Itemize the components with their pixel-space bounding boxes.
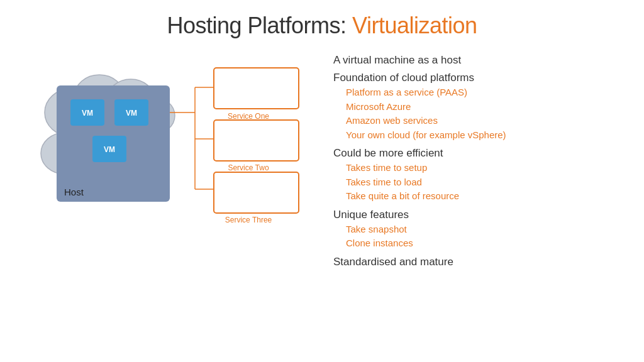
svg-rect-13 bbox=[92, 136, 126, 162]
svg-point-3 bbox=[131, 97, 175, 134]
bullet-main-0: A virtual machine as a host bbox=[333, 54, 619, 67]
svg-text:Service One: Service One bbox=[228, 112, 269, 121]
bullet-main-2: Could be more efficient bbox=[333, 147, 619, 160]
svg-text:Service Three: Service Three bbox=[225, 216, 272, 224]
page-title: Hosting Platforms: Virtualization bbox=[25, 13, 619, 39]
svg-point-1 bbox=[74, 75, 125, 119]
content-area: VM VM VM Host Service One Se bbox=[25, 54, 619, 324]
svg-text:VM: VM bbox=[104, 145, 115, 154]
bullet-sub-3-1: Clone instances bbox=[333, 236, 619, 251]
svg-point-2 bbox=[107, 79, 155, 121]
title-highlight: Virtualization bbox=[352, 13, 477, 38]
bullets-section: A virtual machine as a hostFoundation of… bbox=[333, 54, 619, 273]
title-prefix: Hosting Platforms: bbox=[167, 13, 352, 38]
bullet-sub-1-0: Platform as a service (PAAS) bbox=[333, 85, 619, 100]
bullet-sub-2-2: Take quite a bit of resource bbox=[333, 189, 619, 204]
svg-rect-7 bbox=[58, 103, 162, 182]
bullet-sub-1-3: Your own cloud (for example vSphere) bbox=[333, 128, 619, 143]
svg-rect-25 bbox=[214, 172, 299, 213]
page: Hosting Platforms: Virtualization bbox=[0, 0, 644, 362]
svg-rect-23 bbox=[214, 120, 299, 161]
bullet-section-4: Standardised and mature bbox=[333, 256, 619, 268]
bullet-sub-1-2: Amazon web services bbox=[333, 114, 619, 128]
svg-point-4 bbox=[120, 127, 167, 167]
bullet-sub-1-1: Microsoft Azure bbox=[333, 100, 619, 114]
diagram-svg: VM VM VM Host Service One Se bbox=[25, 54, 314, 324]
bullet-main-4: Standardised and mature bbox=[333, 256, 619, 268]
bullet-section-0: A virtual machine as a host bbox=[333, 54, 619, 67]
svg-text:Host: Host bbox=[64, 187, 84, 197]
svg-rect-9 bbox=[70, 99, 104, 126]
svg-point-5 bbox=[71, 141, 128, 185]
diagram: VM VM VM Host Service One Se bbox=[25, 54, 314, 324]
bullet-sub-2-0: Takes time to setup bbox=[333, 161, 619, 175]
svg-rect-8 bbox=[57, 85, 170, 202]
bullet-section-3: Unique featuresTake snapshotClone instan… bbox=[333, 209, 619, 251]
bullet-main-1: Foundation of cloud platforms bbox=[333, 72, 619, 84]
svg-point-0 bbox=[45, 89, 97, 136]
bullet-sub-3-0: Take snapshot bbox=[333, 222, 619, 237]
bullet-main-3: Unique features bbox=[333, 209, 619, 221]
svg-text:VM: VM bbox=[82, 109, 93, 118]
svg-text:Service Two: Service Two bbox=[228, 163, 269, 172]
bullet-section-2: Could be more efficientTakes time to set… bbox=[333, 147, 619, 204]
bullet-section-1: Foundation of cloud platformsPlatform as… bbox=[333, 72, 619, 142]
svg-text:VM: VM bbox=[126, 109, 137, 118]
svg-rect-21 bbox=[214, 68, 299, 109]
svg-point-6 bbox=[41, 133, 89, 174]
svg-rect-11 bbox=[114, 99, 148, 126]
bullet-sub-2-1: Takes time to load bbox=[333, 175, 619, 190]
